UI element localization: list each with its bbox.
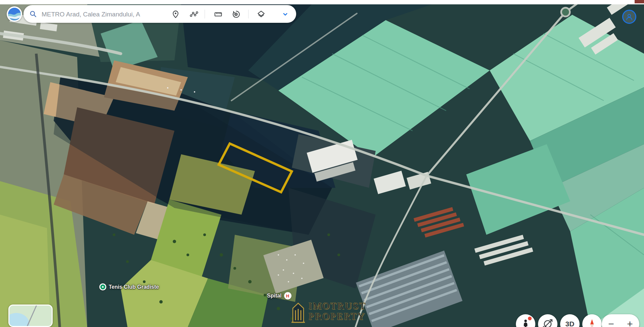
earth-globe-icon — [8, 7, 21, 21]
clock-globe-icon — [232, 10, 240, 18]
minimap-water — [8, 313, 30, 327]
zoom-in-button[interactable]: + — [621, 314, 639, 327]
poi-tenis-club[interactable]: Tenis Club Gradiste — [99, 283, 159, 290]
watermark-line2: PROPERTY — [309, 311, 366, 322]
search-icon — [29, 10, 37, 18]
orbit-icon — [542, 319, 553, 327]
compass-needle-icon — [586, 318, 598, 327]
historical-imagery-button[interactable] — [229, 7, 243, 21]
imotrust-logo-icon — [290, 301, 306, 324]
toolbar-divider — [248, 10, 249, 18]
path-icon — [190, 10, 198, 18]
corner-artifact — [635, 0, 644, 3]
map-style-button[interactable] — [254, 7, 268, 21]
browser-top-strip — [0, 0, 644, 4]
ruler-icon — [214, 10, 222, 18]
google-earth-logo[interactable] — [7, 6, 22, 22]
pin-icon — [171, 10, 180, 18]
collapse-search-button[interactable] — [278, 7, 292, 21]
imotrust-watermark: IMOTRUST PROPERTY — [290, 301, 366, 324]
zoom-control: − + — [602, 314, 639, 327]
streetview-availability-dot — [528, 317, 532, 320]
search-input[interactable] — [41, 8, 160, 21]
minimap-2d-preview[interactable] — [8, 305, 53, 327]
measure-button[interactable] — [211, 7, 225, 21]
poi-spital[interactable]: Spital H — [267, 292, 291, 299]
profile-avatar-button[interactable] — [622, 10, 636, 24]
hospital-pin-icon: H — [284, 292, 291, 299]
chevron-down-icon — [281, 10, 289, 18]
add-placemark-button[interactable] — [169, 7, 182, 21]
poi-label: Spital — [267, 293, 282, 299]
watermark-line1: IMOTRUST — [309, 301, 366, 311]
google-earth-app: { "topbar": { "search_placeholder": "MET… — [0, 0, 644, 327]
layers-icon — [257, 10, 265, 18]
zoom-out-button[interactable]: − — [602, 314, 621, 327]
person-icon — [625, 12, 633, 22]
toolbar-divider — [205, 10, 205, 18]
search-toolbar — [23, 5, 296, 23]
poi-label: Tenis Club Gradiste — [109, 284, 159, 290]
tennis-club-pin-icon — [99, 283, 106, 290]
draw-path-button[interactable] — [187, 7, 201, 21]
satellite-map-canvas[interactable] — [0, 0, 644, 327]
3d-label: 3D — [566, 320, 575, 327]
